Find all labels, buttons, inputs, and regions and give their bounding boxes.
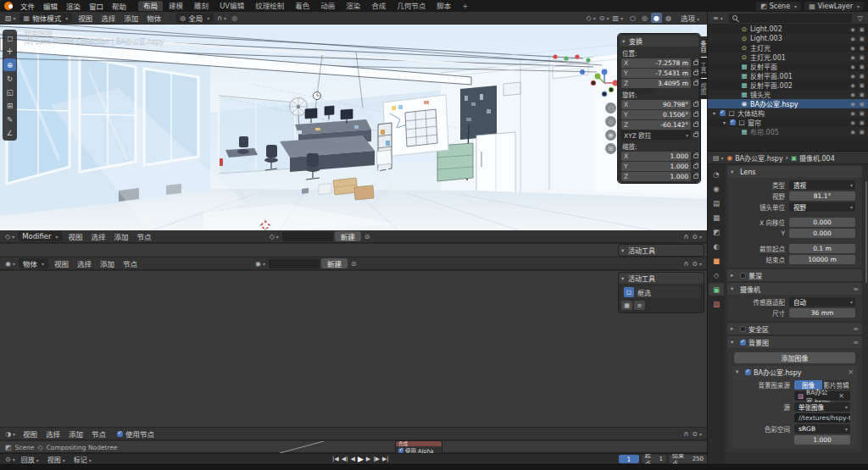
sensor-fit-dropdown[interactable]: 自动: [789, 297, 855, 307]
timeline-menu[interactable]: 视图: [43, 455, 70, 464]
outliner-item[interactable]: 布帘.005 ◉ ▣: [708, 127, 868, 136]
dof-panel-header[interactable]: ▸景深: [727, 269, 862, 281]
viewport-scene-canvas[interactable]: [0, 25, 707, 230]
image-filepath-field[interactable]: //textures/hspy-te...258f5f44f572d5c: [794, 413, 850, 423]
shader-menu[interactable]: 视图: [50, 258, 73, 268]
scale-field[interactable]: Y1.000: [621, 162, 691, 171]
browse-nodetree-icon[interactable]: ◇: [268, 233, 281, 241]
workspace-tab[interactable]: 几何节点: [392, 1, 431, 11]
scene-selector[interactable]: ◩Scene: [756, 2, 801, 11]
workspace-tab[interactable]: 雕刻: [189, 1, 214, 11]
active-tool-panel-header[interactable]: ▾活动工具: [619, 273, 704, 284]
hide-eye-icon[interactable]: ◉: [850, 36, 855, 42]
editor-type-viewport-icon[interactable]: ▧: [3, 14, 18, 22]
lock-icon[interactable]: [693, 113, 698, 117]
options-menu[interactable]: 选项: [676, 13, 704, 23]
editor-type-shader-icon[interactable]: ◉: [3, 260, 17, 268]
outliner-item[interactable]: BA办公室.hspy ◉ ▣: [708, 99, 868, 108]
shader-menu[interactable]: 添加: [96, 258, 119, 268]
prev-keyframe-button[interactable]: ◀|: [342, 456, 348, 462]
viewport-menu[interactable]: 视图: [74, 13, 97, 23]
render-visibility-icon[interactable]: ▣: [860, 82, 865, 89]
frame-end-field[interactable]: 结束点250: [669, 455, 707, 463]
hide-eye-icon[interactable]: ◉: [850, 26, 855, 33]
use-alpha-checkbox[interactable]: [398, 448, 403, 453]
snap-magnet-icon[interactable]: ∩: [215, 14, 228, 22]
render-visibility-icon[interactable]: ▣: [860, 119, 865, 126]
rotation-field[interactable]: Y0.1506°: [621, 110, 691, 119]
workspace-tab[interactable]: 脚本: [431, 1, 456, 11]
safe-areas-checkbox[interactable]: [740, 326, 746, 332]
tool-button[interactable]: [3, 72, 16, 85]
render-visibility-icon[interactable]: ▣: [860, 26, 865, 33]
alpha-slider[interactable]: 1.000: [794, 435, 850, 445]
outliner-item[interactable]: 大体结构 ◉ ▣: [708, 108, 868, 118]
compositor-menu[interactable]: 选择: [42, 429, 64, 439]
shading-mode-button[interactable]: [651, 13, 662, 23]
n-panel-tab[interactable]: 条目: [698, 36, 707, 57]
viewport-menu[interactable]: 添加: [120, 13, 142, 23]
location-field[interactable]: Y-7.5431 m: [621, 69, 691, 78]
render-visibility-icon[interactable]: ▣: [860, 64, 865, 70]
collection-checkbox[interactable]: [720, 110, 726, 116]
workspace-tab[interactable]: 着色: [290, 1, 314, 11]
jump-to-end-button[interactable]: ▶|: [382, 456, 389, 462]
render-visibility-icon[interactable]: ▣: [860, 73, 865, 80]
lens-panel-header[interactable]: ▾Lens: [727, 166, 862, 178]
editor-type-geometry-nodes-icon[interactable]: ◇: [3, 233, 16, 241]
shader-menu[interactable]: 节点: [119, 258, 142, 268]
shift-y-field[interactable]: 0.000: [789, 229, 855, 238]
shift-x-field[interactable]: 0.000: [789, 218, 855, 227]
active-tool-panel-header[interactable]: ▾活动工具: [619, 245, 704, 256]
jump-to-start-button[interactable]: |◀: [332, 456, 339, 462]
play-button[interactable]: ▶: [358, 455, 364, 463]
snap-icon[interactable]: ∩: [682, 430, 690, 438]
menubar-item[interactable]: 帮助: [108, 1, 131, 11]
proportional-edit-icon[interactable]: ◎: [230, 14, 239, 22]
properties-tab[interactable]: [709, 268, 724, 281]
composite-node[interactable]: 合成 使用 Alpha: [396, 441, 442, 453]
n-panel-tab[interactable]: 工具: [698, 58, 707, 78]
colorspace-dropdown[interactable]: sRGB: [794, 424, 850, 434]
workspace-tab[interactable]: 渲染: [341, 1, 365, 11]
new-material-button[interactable]: 新建: [321, 258, 348, 268]
properties-tab[interactable]: [709, 211, 724, 224]
render-visibility-icon[interactable]: ▣: [860, 91, 865, 98]
render-visibility-icon[interactable]: ▣: [860, 36, 865, 42]
menubar-item[interactable]: 文件: [16, 1, 39, 11]
scale-field[interactable]: Z1.000: [621, 172, 691, 181]
image-source-dropdown[interactable]: 单张图像: [794, 402, 850, 412]
tool-option-icon[interactable]: ▦: [621, 301, 632, 310]
hide-eye-icon[interactable]: ◉: [850, 91, 855, 98]
gizmos-toggle-icon[interactable]: ◇: [585, 14, 598, 22]
add-workspace-button[interactable]: +: [457, 1, 473, 11]
timeline-menu[interactable]: 回放: [17, 455, 43, 464]
gn-menu[interactable]: 节点: [133, 231, 156, 241]
outliner-item[interactable]: Light.003 ◉ ▣: [708, 34, 868, 43]
navigation-gizmo[interactable]: [590, 69, 619, 97]
tool-button[interactable]: [3, 99, 16, 112]
properties-tab[interactable]: [709, 168, 724, 180]
unlink-image-button[interactable]: ×: [836, 392, 847, 400]
scale-field[interactable]: X1.000: [621, 152, 691, 161]
location-field[interactable]: Z3.4095 m: [621, 79, 691, 88]
hide-eye-icon[interactable]: ◉: [850, 73, 855, 80]
overlays-toggle-icon[interactable]: ⊙: [598, 14, 611, 22]
current-frame-field[interactable]: 1: [619, 455, 639, 463]
workspace-tab[interactable]: 建模: [164, 1, 188, 11]
rotation-mode-dropdown[interactable]: XYZ 欧拉▾: [621, 130, 691, 140]
mode-dropdown[interactable]: ▦物体模式: [19, 13, 73, 23]
gn-menu[interactable]: 添加: [110, 231, 133, 241]
rotation-field[interactable]: Z-60.142°: [621, 120, 691, 130]
remove-image-button[interactable]: ×: [848, 368, 854, 376]
overlays-toggle-icon[interactable]: ⊙: [690, 430, 704, 438]
workspace-tab[interactable]: 合成: [366, 1, 391, 11]
frame-start-field[interactable]: 起点1: [642, 455, 666, 463]
compositor-menu[interactable]: 添加: [64, 429, 87, 439]
rotation-field[interactable]: X90.798°: [621, 100, 691, 109]
panel-menu-icon[interactable]: ≡: [853, 325, 859, 333]
outliner-item[interactable]: 反射平面.001 ◉ ▣: [708, 71, 868, 80]
add-image-button[interactable]: 添加图像: [734, 352, 855, 363]
gn-menu[interactable]: 选择: [87, 231, 110, 241]
gn-menu[interactable]: 视图: [64, 231, 87, 241]
